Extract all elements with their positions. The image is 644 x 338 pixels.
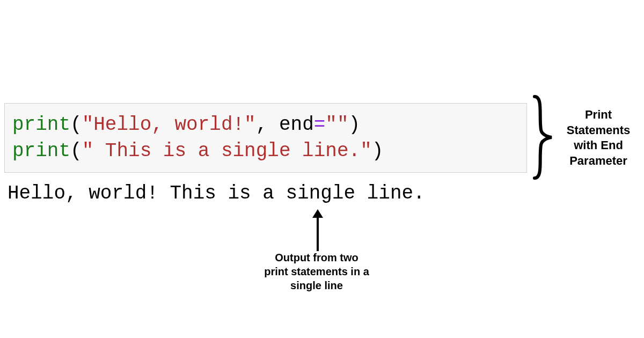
- output-text: Hello, world! This is a single line.: [8, 182, 425, 204]
- end-parameter-name: end: [279, 114, 314, 136]
- open-paren: (: [70, 140, 82, 162]
- print-function-keyword: print: [12, 114, 70, 136]
- string-literal-1: "Hello, world!": [82, 114, 256, 136]
- open-paren: (: [70, 114, 82, 136]
- string-literal-2: "": [325, 114, 348, 136]
- code-block: print("Hello, world!", end="") print(" T…: [4, 103, 527, 173]
- code-line-1: print("Hello, world!", end=""): [12, 114, 360, 136]
- code-line-2: print(" This is a single line."): [12, 140, 383, 162]
- annotation-right: Print Statements with End Parameter: [555, 107, 641, 168]
- close-paren: ): [372, 140, 384, 162]
- curly-brace-icon: [531, 94, 554, 180]
- print-function-keyword: print: [12, 140, 70, 162]
- annotation-bottom: Output from two print statements in a si…: [263, 251, 370, 292]
- svg-marker-1: [312, 209, 323, 218]
- comma: ,: [256, 114, 279, 136]
- equals-operator: =: [314, 114, 326, 136]
- string-literal-1: " This is a single line.": [82, 140, 372, 162]
- arrow-up-icon: [312, 209, 323, 252]
- close-paren: ): [349, 114, 361, 136]
